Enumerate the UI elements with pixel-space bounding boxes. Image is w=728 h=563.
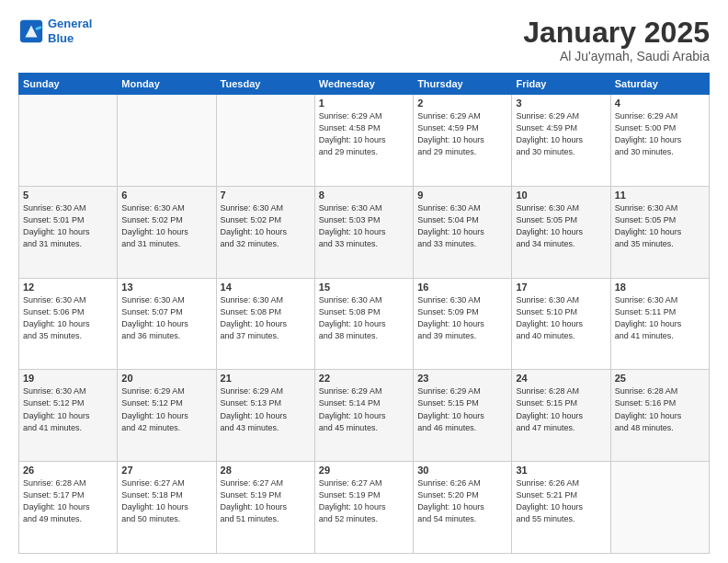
day-number: 2 (417, 98, 507, 109)
location: Al Ju'aymah, Saudi Arabia (523, 49, 710, 63)
calendar-cell: 16Sunrise: 6:30 AM Sunset: 5:09 PM Dayli… (414, 278, 512, 370)
day-number: 30 (417, 465, 507, 476)
calendar-cell: 3Sunrise: 6:29 AM Sunset: 4:59 PM Daylig… (512, 95, 610, 187)
day-info: Sunrise: 6:29 AM Sunset: 5:00 PM Dayligh… (615, 110, 705, 158)
day-info: Sunrise: 6:30 AM Sunset: 5:05 PM Dayligh… (516, 202, 606, 250)
calendar-cell: 19Sunrise: 6:30 AM Sunset: 5:12 PM Dayli… (19, 370, 118, 462)
day-number: 19 (23, 373, 113, 384)
day-number: 20 (121, 373, 211, 384)
day-number: 13 (121, 282, 211, 293)
day-info: Sunrise: 6:29 AM Sunset: 5:15 PM Dayligh… (417, 385, 507, 433)
day-number: 15 (319, 282, 409, 293)
logo-text: General Blue (48, 17, 92, 45)
calendar-cell: 7Sunrise: 6:30 AM Sunset: 5:02 PM Daylig… (216, 186, 314, 278)
calendar-cell: 11Sunrise: 6:30 AM Sunset: 5:05 PM Dayli… (610, 186, 709, 278)
weekday-header-monday: Monday (118, 74, 216, 95)
calendar-cell: 23Sunrise: 6:29 AM Sunset: 5:15 PM Dayli… (414, 370, 512, 462)
day-info: Sunrise: 6:30 AM Sunset: 5:09 PM Dayligh… (417, 294, 507, 342)
calendar-cell: 13Sunrise: 6:30 AM Sunset: 5:07 PM Dayli… (118, 278, 216, 370)
week-row-0: 1Sunrise: 6:29 AM Sunset: 4:58 PM Daylig… (19, 95, 710, 187)
calendar-cell: 10Sunrise: 6:30 AM Sunset: 5:05 PM Dayli… (512, 186, 610, 278)
day-info: Sunrise: 6:30 AM Sunset: 5:01 PM Dayligh… (23, 202, 113, 250)
calendar-cell: 1Sunrise: 6:29 AM Sunset: 4:58 PM Daylig… (314, 95, 413, 187)
day-info: Sunrise: 6:30 AM Sunset: 5:02 PM Dayligh… (221, 202, 311, 250)
week-row-2: 12Sunrise: 6:30 AM Sunset: 5:06 PM Dayli… (19, 278, 710, 370)
day-number: 24 (516, 373, 606, 384)
day-info: Sunrise: 6:30 AM Sunset: 5:10 PM Dayligh… (516, 294, 606, 342)
day-info: Sunrise: 6:30 AM Sunset: 5:02 PM Dayligh… (121, 202, 211, 250)
day-number: 10 (516, 190, 606, 201)
day-number: 27 (121, 465, 211, 476)
day-number: 22 (319, 373, 409, 384)
calendar-cell: 26Sunrise: 6:28 AM Sunset: 5:17 PM Dayli… (19, 462, 118, 554)
day-info: Sunrise: 6:30 AM Sunset: 5:04 PM Dayligh… (417, 202, 507, 250)
logo-line1: General (48, 17, 92, 30)
weekday-header-thursday: Thursday (414, 74, 512, 95)
page: General Blue January 2025 Al Ju'aymah, S… (0, 0, 728, 563)
day-info: Sunrise: 6:29 AM Sunset: 4:59 PM Dayligh… (417, 110, 507, 158)
day-info: Sunrise: 6:26 AM Sunset: 5:21 PM Dayligh… (516, 477, 606, 525)
calendar-cell: 18Sunrise: 6:30 AM Sunset: 5:11 PM Dayli… (610, 278, 709, 370)
day-info: Sunrise: 6:30 AM Sunset: 5:05 PM Dayligh… (615, 202, 705, 250)
day-number: 6 (121, 190, 211, 201)
calendar-cell: 8Sunrise: 6:30 AM Sunset: 5:03 PM Daylig… (314, 186, 413, 278)
day-info: Sunrise: 6:29 AM Sunset: 4:58 PM Dayligh… (319, 110, 409, 158)
weekday-header-friday: Friday (512, 74, 610, 95)
calendar-cell (216, 95, 314, 187)
calendar-cell: 14Sunrise: 6:30 AM Sunset: 5:08 PM Dayli… (216, 278, 314, 370)
header: General Blue January 2025 Al Ju'aymah, S… (18, 17, 710, 63)
day-info: Sunrise: 6:30 AM Sunset: 5:08 PM Dayligh… (221, 294, 311, 342)
day-info: Sunrise: 6:29 AM Sunset: 4:59 PM Dayligh… (516, 110, 606, 158)
day-number: 17 (516, 282, 606, 293)
day-info: Sunrise: 6:29 AM Sunset: 5:14 PM Dayligh… (319, 385, 409, 433)
calendar-cell (610, 462, 709, 554)
day-info: Sunrise: 6:27 AM Sunset: 5:19 PM Dayligh… (319, 477, 409, 525)
day-number: 14 (221, 282, 311, 293)
day-number: 4 (615, 98, 705, 109)
week-row-1: 5Sunrise: 6:30 AM Sunset: 5:01 PM Daylig… (19, 186, 710, 278)
logo: General Blue (18, 17, 92, 45)
weekday-header-wednesday: Wednesday (314, 74, 413, 95)
day-number: 23 (417, 373, 507, 384)
calendar-cell: 24Sunrise: 6:28 AM Sunset: 5:15 PM Dayli… (512, 370, 610, 462)
calendar-cell: 29Sunrise: 6:27 AM Sunset: 5:19 PM Dayli… (314, 462, 413, 554)
day-number: 7 (221, 190, 311, 201)
calendar-cell: 9Sunrise: 6:30 AM Sunset: 5:04 PM Daylig… (414, 186, 512, 278)
day-number: 26 (23, 465, 113, 476)
title-block: January 2025 Al Ju'aymah, Saudi Arabia (523, 17, 710, 63)
day-info: Sunrise: 6:29 AM Sunset: 5:13 PM Dayligh… (221, 385, 311, 433)
calendar-cell: 21Sunrise: 6:29 AM Sunset: 5:13 PM Dayli… (216, 370, 314, 462)
week-row-3: 19Sunrise: 6:30 AM Sunset: 5:12 PM Dayli… (19, 370, 710, 462)
calendar-cell: 20Sunrise: 6:29 AM Sunset: 5:12 PM Dayli… (118, 370, 216, 462)
day-info: Sunrise: 6:28 AM Sunset: 5:16 PM Dayligh… (615, 385, 705, 433)
calendar: SundayMondayTuesdayWednesdayThursdayFrid… (18, 73, 710, 554)
day-info: Sunrise: 6:30 AM Sunset: 5:11 PM Dayligh… (615, 294, 705, 342)
day-number: 11 (615, 190, 705, 201)
calendar-cell: 4Sunrise: 6:29 AM Sunset: 5:00 PM Daylig… (610, 95, 709, 187)
calendar-cell (118, 95, 216, 187)
day-info: Sunrise: 6:28 AM Sunset: 5:17 PM Dayligh… (23, 477, 113, 525)
day-info: Sunrise: 6:27 AM Sunset: 5:19 PM Dayligh… (221, 477, 311, 525)
calendar-cell: 30Sunrise: 6:26 AM Sunset: 5:20 PM Dayli… (414, 462, 512, 554)
day-info: Sunrise: 6:30 AM Sunset: 5:06 PM Dayligh… (23, 294, 113, 342)
month-title: January 2025 (523, 17, 710, 49)
weekday-header-row: SundayMondayTuesdayWednesdayThursdayFrid… (19, 74, 710, 95)
day-info: Sunrise: 6:27 AM Sunset: 5:18 PM Dayligh… (121, 477, 211, 525)
calendar-cell: 17Sunrise: 6:30 AM Sunset: 5:10 PM Dayli… (512, 278, 610, 370)
weekday-header-saturday: Saturday (610, 74, 709, 95)
day-number: 12 (23, 282, 113, 293)
day-info: Sunrise: 6:30 AM Sunset: 5:07 PM Dayligh… (121, 294, 211, 342)
day-number: 3 (516, 98, 606, 109)
day-number: 21 (221, 373, 311, 384)
day-info: Sunrise: 6:26 AM Sunset: 5:20 PM Dayligh… (417, 477, 507, 525)
calendar-cell: 2Sunrise: 6:29 AM Sunset: 4:59 PM Daylig… (414, 95, 512, 187)
day-number: 18 (615, 282, 705, 293)
week-row-4: 26Sunrise: 6:28 AM Sunset: 5:17 PM Dayli… (19, 462, 710, 554)
calendar-cell: 25Sunrise: 6:28 AM Sunset: 5:16 PM Dayli… (610, 370, 709, 462)
day-info: Sunrise: 6:30 AM Sunset: 5:12 PM Dayligh… (23, 385, 113, 433)
calendar-cell: 15Sunrise: 6:30 AM Sunset: 5:08 PM Dayli… (314, 278, 413, 370)
logo-line2: Blue (48, 31, 74, 45)
day-info: Sunrise: 6:30 AM Sunset: 5:03 PM Dayligh… (319, 202, 409, 250)
day-number: 29 (319, 465, 409, 476)
calendar-cell (19, 95, 118, 187)
